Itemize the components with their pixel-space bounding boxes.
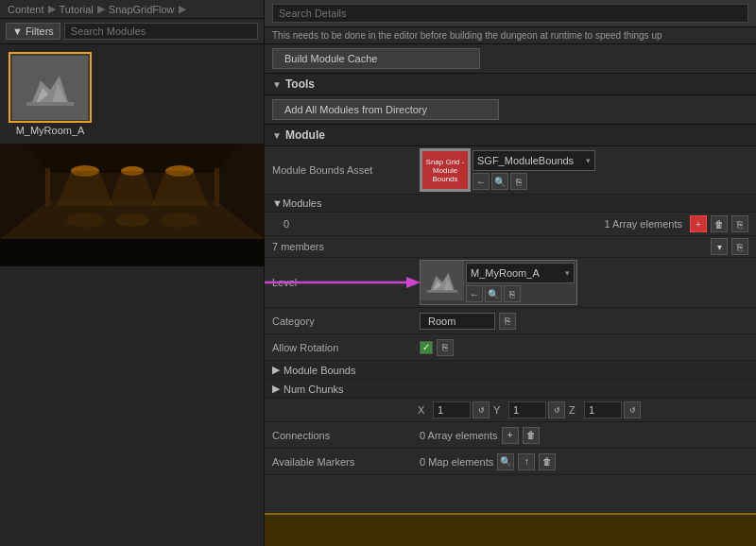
filter-icon: ▼ [12,26,23,37]
module-item[interactable]: M_MyRoom_A [8,52,93,136]
search-details-input[interactable] [272,4,748,23]
info-text-content: This needs to be done in the editor befo… [272,30,662,41]
allow-rotation-row: Allow Rotation ✓ ⎘ [265,334,756,361]
asset-thumb: Snap Grid - Module Bounds [421,150,469,190]
search-markers-icon[interactable]: 🔍 [497,453,514,470]
x-reset-icon[interactable]: ↺ [472,401,490,418]
module-icon [22,61,78,113]
copy-members-button[interactable]: ⎘ [731,238,748,255]
svg-rect-19 [45,168,50,206]
asset-controls: SGF_ModuleBounds ▾ ← 🔍 ⎘ [472,150,595,190]
level-back-icon[interactable]: ← [466,285,483,302]
available-markers-label: Available Markers [265,452,416,471]
room-scene-thumbnail [0,144,265,266]
build-cache-button[interactable]: Build Module Cache [272,48,480,69]
xyz-row: X ↺ Y ↺ Z ↺ [265,399,756,422]
category-reset-icon[interactable]: ⎘ [499,313,516,330]
breadcrumb-snapgridflow[interactable]: SnapGridFlow [109,4,175,15]
breadcrumb: Content ▶ Tutorial ▶ SnapGridFlow ▶ [0,0,264,19]
level-icon-svg [423,264,461,298]
delete-connection-icon[interactable]: 🗑 [523,427,540,444]
add-array-element-button[interactable]: + [690,215,707,232]
z-field: Z ↺ [569,401,641,418]
breadcrumb-sep1: ▶ [48,3,56,15]
breadcrumb-content[interactable]: Content [8,4,44,15]
collapse-members-button[interactable]: ▾ [711,238,728,255]
z-input[interactable] [584,401,622,418]
allow-rotation-reset-icon[interactable]: ⎘ [437,339,454,356]
category-text: Room [428,316,455,327]
level-value: M_MyRoom_A ▾ ← 🔍 ⎘ [416,258,756,307]
add-modules-button[interactable]: Add All Modules from Directory [272,99,499,120]
module-arrow-icon: ▼ [272,130,282,141]
svg-rect-20 [215,168,219,206]
search-modules-input[interactable] [64,23,258,40]
navigate-back-icon[interactable]: ← [472,173,490,190]
members-label: 7 members [272,241,324,252]
delete-marker-icon[interactable]: 🗑 [539,453,556,470]
allow-rotation-checkbox[interactable]: ✓ [420,341,433,354]
content-area: Build Module Cache ▼ Tools Add All Modul… [265,44,756,513]
asset-line2: Module [433,166,457,175]
breadcrumb-tutorial[interactable]: Tutorial [60,4,94,15]
module-bounds-label: Module Bounds [284,365,355,376]
allow-rotation-value: ✓ ⎘ [416,337,756,358]
tools-arrow-icon: ▼ [272,79,282,90]
filters-label: Filters [26,26,54,37]
copy-asset-icon[interactable]: ⎘ [510,173,527,190]
asset-action-buttons: ← 🔍 ⎘ [472,173,595,190]
delete-array-element-button[interactable]: 🗑 [711,215,728,232]
level-dropdown-arrow-icon: ▾ [565,268,570,278]
members-row: 7 members ▾ ⎘ [265,236,756,258]
module-thumb-inner [12,56,88,120]
num-chunks-label: Num Chunks [284,384,344,395]
level-module-controls: M_MyRoom_A ▾ ← 🔍 ⎘ [464,261,576,304]
asset-line1: Snap Grid - [426,158,465,166]
y-reset-icon[interactable]: ↺ [548,401,565,418]
array-elements-label: 1 Array elements [604,218,682,230]
level-copy-icon[interactable]: ⎘ [504,285,521,302]
add-marker-icon[interactable]: ↑ [518,453,535,470]
x-field: X ↺ [418,401,490,418]
copy-array-button[interactable]: ⎘ [731,215,748,232]
info-text: This needs to be done in the editor befo… [265,27,756,44]
x-input[interactable] [433,401,471,418]
filters-button[interactable]: ▼ Filters [6,23,60,40]
add-modules-section: Add All Modules from Directory [265,95,756,125]
available-markers-value: 0 Map elements 🔍 ↑ 🗑 [416,452,756,472]
right-panel: This needs to be done in the editor befo… [265,0,756,546]
category-value: Room ⎘ [416,311,756,332]
y-input[interactable] [508,401,546,418]
asset-selector: Snap Grid - Module Bounds SGF_ModuleBoun… [420,148,595,192]
array-elements-row: 0 1 Array elements + 🗑 ⎘ [265,213,756,236]
y-field: Y ↺ [493,401,565,418]
z-reset-icon[interactable]: ↺ [624,401,641,418]
level-module-name: M_MyRoom_A [471,267,540,279]
connections-label: Connections [265,426,416,445]
breadcrumb-sep2: ▶ [97,3,105,15]
level-search-icon[interactable]: 🔍 [485,285,502,302]
module-bounds-asset-value: Snap Grid - Module Bounds SGF_ModuleBoun… [416,146,756,194]
left-panel: Content ▶ Tutorial ▶ SnapGridFlow ▶ ▼ Fi… [0,0,265,546]
category-label: Category [265,312,416,331]
category-field[interactable]: Room [420,313,495,330]
breadcrumb-sep3: ▶ [179,3,186,15]
dropdown-arrow-icon: ▾ [586,156,591,165]
asset-dropdown[interactable]: SGF_ModuleBounds ▾ [472,150,595,171]
modules-subsection-header: ▼ Modules [265,195,756,213]
module-section-header: ▼ Module [265,125,756,146]
module-label: Module [285,128,325,142]
svg-point-18 [161,213,198,228]
allow-rotation-label: Allow Rotation [265,338,416,357]
svg-rect-3 [26,102,74,106]
asset-box: Snap Grid - Module Bounds [420,148,471,192]
bottom-viewport [265,513,756,546]
level-module-icon [421,261,464,300]
markers-map-label: 0 Map elements [420,456,493,468]
level-module-dropdown[interactable]: M_MyRoom_A ▾ [466,263,575,283]
connections-value: 0 Array elements + 🗑 [416,425,756,446]
add-connection-icon[interactable]: + [502,427,519,444]
search-asset-icon[interactable]: 🔍 [491,173,508,190]
num-chunks-expand-icon: ▶ [272,383,280,395]
z-label: Z [569,404,582,416]
